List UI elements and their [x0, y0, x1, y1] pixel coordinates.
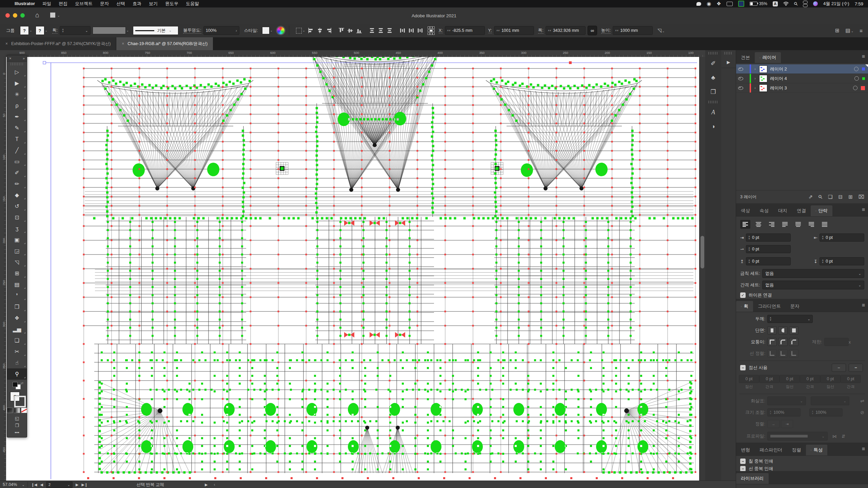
- align-center-icon[interactable]: [317, 27, 323, 34]
- panel-collapse-icon[interactable]: ◦: [760, 56, 761, 59]
- attributes-tab-특성[interactable]: ◦특성: [806, 445, 828, 455]
- distribute-top-icon[interactable]: [369, 27, 375, 34]
- panel-collapse-icon[interactable]: ◦: [741, 305, 742, 308]
- indent-right-field[interactable]: ∧∨0 pt: [820, 233, 864, 242]
- strip-grip-handle-2[interactable]: [708, 101, 718, 103]
- input-source-icon[interactable]: A: [773, 1, 778, 6]
- paintbrush-tool[interactable]: ✐: [7, 167, 27, 178]
- selection-tool[interactable]: ▷: [7, 66, 27, 78]
- delete-layer-icon[interactable]: ⌧: [859, 194, 864, 200]
- dock-grip-handle[interactable]: [724, 52, 733, 55]
- width-field[interactable]: ∧∨3432.926 mm: [546, 26, 586, 35]
- layer-name[interactable]: 레이어 2: [770, 66, 854, 72]
- attributes-tab-정렬[interactable]: 정렬: [787, 445, 806, 455]
- paragraph-panel-menu-icon[interactable]: ≡: [862, 207, 865, 213]
- artboard-canvas[interactable]: [6, 57, 699, 481]
- capture-app-icon[interactable]: [738, 1, 744, 6]
- align-left-icon[interactable]: [308, 27, 314, 34]
- rectangle-tool[interactable]: ▭: [7, 156, 27, 167]
- align-right-icon[interactable]: [326, 27, 332, 34]
- space-before-field[interactable]: ∧∨0 pt: [746, 257, 791, 265]
- panel-collapse-icon[interactable]: ◦: [811, 449, 812, 452]
- justify-last-left-button[interactable]: [780, 220, 790, 229]
- overprint-stroke-checkbox[interactable]: –: [740, 466, 746, 471]
- menu-item-효과[interactable]: 효과: [129, 1, 145, 6]
- attributes-panel-menu-icon[interactable]: ≡: [862, 446, 865, 452]
- eraser-tool[interactable]: ◆: [7, 189, 27, 201]
- opacity-label[interactable]: 불투명도:: [183, 27, 201, 34]
- round-cap-button[interactable]: [778, 326, 788, 334]
- justify-last-right-button[interactable]: [806, 220, 816, 229]
- stroke-color-well[interactable]: [93, 27, 126, 34]
- kinsoku-select[interactable]: 없음⌄: [762, 269, 864, 278]
- constrain-proportions-link-icon[interactable]: ∞: [588, 26, 597, 35]
- artboard-tool[interactable]: ❏: [7, 335, 27, 346]
- vertical-ruler[interactable]: 050100150200250300350400450500: [0, 57, 6, 481]
- indent-left-field[interactable]: ∧∨0 pt: [746, 233, 791, 242]
- new-sublayer-icon[interactable]: ⊟: [839, 194, 843, 200]
- attributes-tab-변형[interactable]: 변형: [736, 445, 755, 455]
- artboard-number-field[interactable]: 2 ⌄: [46, 482, 73, 488]
- menu-item-보기[interactable]: 보기: [145, 1, 161, 6]
- fill-stroke-mini-swatches[interactable]: ⇄: [13, 382, 21, 389]
- distribute-right-icon[interactable]: [417, 27, 423, 34]
- stroke-tab-문자[interactable]: 문자: [786, 301, 804, 312]
- menu-time[interactable]: 7:59: [855, 1, 863, 6]
- status-menu-icon[interactable]: ▶: [205, 483, 208, 487]
- overprint-fill-checkbox[interactable]: –: [740, 459, 746, 464]
- tab-libraries[interactable]: 라이브러리: [736, 473, 769, 484]
- tab-close-icon[interactable]: ×: [5, 41, 8, 46]
- stroke-panel-menu-icon[interactable]: ≡: [862, 302, 865, 308]
- mojikumi-select[interactable]: 없음⌄: [762, 281, 864, 289]
- gradient-button[interactable]: [14, 408, 20, 413]
- x-label[interactable]: X:: [439, 28, 443, 33]
- layer-expand-icon[interactable]: ›: [751, 77, 759, 80]
- layer-visibility-icon[interactable]: [736, 67, 745, 71]
- blend-tool[interactable]: ❒: [7, 301, 27, 312]
- align-bottom-icon[interactable]: [356, 27, 362, 34]
- type-tool[interactable]: T: [7, 134, 27, 145]
- projecting-cap-button[interactable]: [789, 326, 798, 334]
- menu-app-name[interactable]: Illustrator: [11, 0, 39, 7]
- paragraph-tab-단락[interactable]: ◦단락: [811, 205, 832, 216]
- status-text[interactable]: 선택 반복 교체: [108, 482, 193, 488]
- scale-tool[interactable]: ⊡: [7, 212, 27, 223]
- drawing-mode-icon[interactable]: ◱: [15, 416, 19, 421]
- menu-date[interactable]: 4월 21일 (수): [823, 1, 849, 7]
- paragraph-tab-대지[interactable]: 대지: [773, 205, 792, 216]
- dropbox-icon[interactable]: ❖: [716, 1, 721, 6]
- attributes-tab-패스파인더[interactable]: 패스파인더: [755, 445, 787, 455]
- collect-for-export-icon[interactable]: ⇗: [809, 194, 813, 200]
- transparency-panel-icon[interactable]: ◑: [705, 119, 721, 134]
- x-position-field[interactable]: ∧∨-825.5 mm: [445, 26, 485, 35]
- miter-join-button[interactable]: [767, 338, 777, 346]
- panel-collapse-icon[interactable]: ◦: [815, 209, 816, 212]
- battery-icon[interactable]: 35%: [750, 1, 767, 6]
- glyphs-panel-icon[interactable]: A: [705, 105, 721, 119]
- width-tool[interactable]: ʒ: [7, 223, 27, 234]
- paragraph-tab-속성[interactable]: 속성: [755, 205, 773, 216]
- layer-expand-icon[interactable]: ›: [751, 67, 759, 71]
- layer-thumbnail[interactable]: [759, 75, 767, 82]
- bevel-join-button[interactable]: [789, 338, 798, 346]
- color-button[interactable]: [7, 408, 13, 413]
- more-tools-icon[interactable]: •••: [15, 430, 19, 435]
- fill-chevron-icon[interactable]: ⌄: [29, 29, 32, 32]
- menu-item-선택[interactable]: 선택: [113, 1, 129, 6]
- stroke-weight-label[interactable]: 획:: [52, 27, 58, 34]
- round-join-button[interactable]: [778, 338, 788, 346]
- anchor-handle[interactable]: [569, 61, 572, 64]
- hand-tool[interactable]: ☝: [7, 357, 27, 368]
- menu-item-파일[interactable]: 파일: [39, 1, 55, 6]
- shape-builder-tool[interactable]: ◲: [7, 245, 27, 257]
- zoom-tool[interactable]: ⚲: [7, 368, 27, 380]
- document-tab-1[interactable]: ×Exhibition-Poster-FFFF.ai* @ 57.24%(CMY…: [0, 37, 116, 50]
- layer-visibility-icon[interactable]: [736, 86, 745, 90]
- display-icon[interactable]: [727, 1, 733, 6]
- reference-point-selector[interactable]: [428, 26, 434, 35]
- options-menu-icon[interactable]: ≡: [860, 28, 863, 34]
- menu-item-편집[interactable]: 편집: [55, 1, 71, 6]
- free-transform-tool[interactable]: ▣: [7, 234, 27, 245]
- stroke-chevron-icon[interactable]: ⌄: [45, 29, 48, 32]
- stroke-weight-panel-field[interactable]: ∧∨⌄: [767, 315, 813, 323]
